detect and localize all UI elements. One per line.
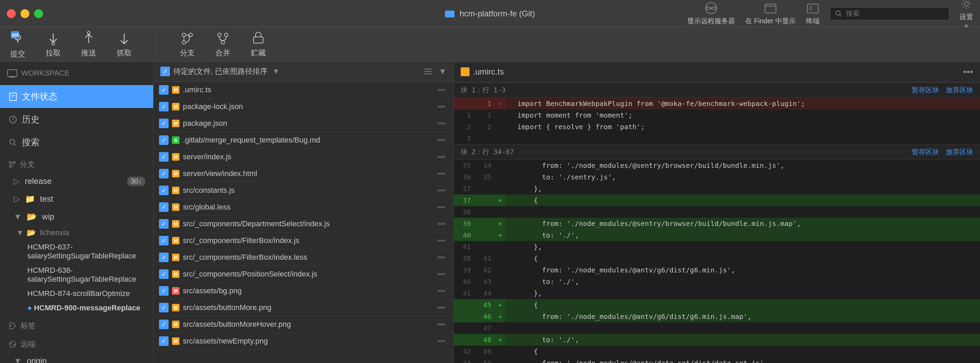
file-menu-button[interactable]: ••• — [435, 303, 448, 312]
file-row[interactable]: ✓ M .umirc.ts ••• — [154, 82, 453, 98]
file-row[interactable]: ✓ M package.json ••• — [154, 115, 453, 132]
file-checkbox[interactable]: ✓ — [159, 253, 169, 262]
tags-section-header[interactable]: 标签 — [0, 315, 153, 334]
file-menu-button[interactable]: ••• — [435, 320, 448, 329]
file-row[interactable]: ✓ M src/_components/PositionSelect/index… — [154, 266, 453, 283]
file-list-scroll[interactable]: ✓ M .umirc.ts ••• ✓ M package-lock.json … — [154, 82, 453, 363]
branch-group-lichenxia[interactable]: ▼ 📂 lichenxia — [0, 225, 153, 240]
file-menu-button[interactable]: ••• — [435, 203, 448, 211]
branch-leaf-638[interactable]: HCMRD-638-salarySettingSugarTableReplace — [0, 263, 153, 286]
file-row[interactable]: ✓ M src/constants.js ••• — [154, 182, 453, 199]
chunk-action-btn[interactable]: 放弃区块 — [946, 85, 973, 95]
select-all-checkbox[interactable]: ✓ — [161, 67, 170, 76]
sidebar: WORKSPACE 文件状态 历史 — [0, 62, 154, 363]
toolbar-branch[interactable]: 分支 — [180, 31, 195, 58]
file-checkbox[interactable]: ✓ — [159, 303, 169, 312]
sidebar-item-search[interactable]: 搜索 — [0, 131, 153, 154]
file-menu-button[interactable]: ••• — [435, 102, 448, 111]
branches-section-header[interactable]: 分支 — [0, 154, 153, 172]
branch-leaf-874[interactable]: HCMRD-874-scrollBarOptmize — [0, 286, 153, 301]
file-checkbox[interactable]: ✓ — [159, 286, 169, 296]
file-row[interactable]: ✓ M src/assets/bg.png ••• — [154, 283, 453, 299]
sidebar-item-file-status[interactable]: 文件状态 — [0, 85, 153, 108]
list-view-icon[interactable] — [423, 66, 433, 77]
line-num-old: 38 — [454, 206, 474, 218]
file-checkbox[interactable]: ✓ — [159, 185, 169, 195]
line-num-old: 37 — [454, 183, 474, 195]
toolbar-pull[interactable]: 拉取 — [46, 31, 61, 58]
search-input[interactable] — [846, 10, 944, 18]
file-menu-button[interactable]: ••• — [435, 337, 448, 345]
line-num-new: 49 — [474, 345, 495, 357]
remote-server-button[interactable]: 显示远程服务器 — [687, 2, 735, 26]
toolbar-fetch[interactable]: 抓取 — [117, 31, 132, 58]
file-row[interactable]: ✓ M src/assets/buttonMore.png ••• — [154, 299, 453, 316]
file-menu-button[interactable]: ••• — [435, 85, 448, 94]
diff-line: 40 + to: './', — [454, 229, 980, 241]
minimize-button[interactable] — [21, 9, 29, 18]
file-menu-button[interactable]: ••• — [435, 169, 448, 178]
file-row[interactable]: ✓ M package-lock.json ••• — [154, 98, 453, 115]
file-checkbox[interactable]: ✓ — [159, 219, 169, 229]
file-row[interactable]: ✓ M src/_components/FilterBox/index.js •… — [154, 232, 453, 249]
toolbar-merge[interactable]: 合并 — [215, 31, 230, 58]
sort-chevron[interactable]: ▼ — [439, 67, 447, 76]
settings-button[interactable]: 设置 ▼ — [959, 0, 973, 30]
file-menu-button[interactable]: ••• — [435, 270, 448, 278]
file-row[interactable]: ✓ A .gitlab/merge_request_templates/Bug.… — [154, 132, 453, 149]
file-checkbox[interactable]: ✓ — [159, 202, 169, 212]
diff-content[interactable]: 块 1：行 1-3 暂存区块放弃区块 1 - import BenchmarkW… — [454, 82, 980, 363]
file-checkbox[interactable]: ✓ — [159, 102, 169, 112]
file-checkbox[interactable]: ✓ — [159, 152, 169, 162]
chunk-action-btn[interactable]: 放弃区块 — [946, 147, 973, 157]
branch-item-wip[interactable]: ▼ 📂 wip — [0, 208, 153, 225]
sidebar-item-history[interactable]: 历史 — [0, 108, 153, 131]
diff-line: 41 44 }, — [454, 288, 980, 299]
terminal-button[interactable]: 终端 — [806, 2, 819, 26]
file-checkbox[interactable]: ✓ — [159, 118, 169, 128]
file-menu-button[interactable]: ••• — [435, 253, 448, 262]
file-row[interactable]: ✓ M server/view/index.html ••• — [154, 165, 453, 182]
file-menu-button[interactable]: ••• — [435, 136, 448, 145]
chunk-action-btn[interactable]: 暂存区块 — [912, 147, 939, 157]
file-checkbox[interactable]: ✓ — [159, 85, 169, 95]
file-checkbox[interactable]: ✓ — [159, 269, 169, 279]
branch-item-test[interactable]: ▷ 📁 test — [0, 190, 153, 208]
toolbar-push[interactable]: 推送 — [81, 31, 96, 58]
close-button[interactable] — [7, 9, 16, 18]
file-row[interactable]: ✓ M server/index.js ••• — [154, 149, 453, 165]
file-checkbox[interactable]: ✓ — [159, 236, 169, 245]
workspace-icon — [7, 68, 18, 78]
toolbar-commit[interactable]: 305 提交 — [10, 30, 25, 59]
diff-line: 38 — [454, 206, 980, 218]
file-row[interactable]: ✓ M src/assets/newEmpty.png ••• — [154, 333, 453, 350]
file-row[interactable]: ✓ M src/_components/DepartmentSelect/ind… — [154, 216, 453, 232]
file-checkbox[interactable]: ✓ — [159, 169, 169, 178]
file-status-dot: M — [172, 187, 180, 194]
diff-menu[interactable]: ••• — [963, 66, 973, 77]
branch-leaf-637[interactable]: HCMRD-637-salarySettingSugarTableReplace — [0, 240, 153, 263]
file-row[interactable]: ✓ M src/global.less ••• — [154, 199, 453, 216]
chunk-action-btn[interactable]: 暂存区块 — [912, 85, 939, 95]
remote-section-header[interactable]: 远端 — [0, 334, 153, 352]
file-menu-button[interactable]: ••• — [435, 286, 448, 295]
file-checkbox[interactable]: ✓ — [159, 135, 169, 145]
file-checkbox[interactable]: ✓ — [159, 336, 169, 346]
branch-item-origin[interactable]: ▼ origin — [0, 352, 153, 363]
window-title: hcm-platform-fe (Git) — [445, 9, 535, 18]
toolbar-stash[interactable]: 贮藏 — [251, 31, 266, 58]
file-menu-button[interactable]: ••• — [435, 186, 448, 195]
file-row[interactable]: ✓ M src/assets/buttonMoreHover.png ••• — [154, 316, 453, 333]
branch-leaf-900[interactable]: HCMRD-900-messageReplace — [0, 301, 153, 315]
file-menu-button[interactable]: ••• — [435, 219, 448, 228]
file-menu-button[interactable]: ••• — [435, 152, 448, 162]
branch-item-release[interactable]: ▷ release 30↓ — [0, 172, 153, 190]
finder-button[interactable]: 在 Finder 中显示 — [745, 2, 796, 26]
file-menu-button[interactable]: ••• — [435, 119, 448, 128]
fullscreen-button[interactable] — [34, 9, 43, 18]
line-num-old: 35 — [454, 160, 474, 171]
search-bar[interactable] — [830, 7, 949, 20]
file-row[interactable]: ✓ M src/_components/FilterBox/index.less… — [154, 249, 453, 266]
file-menu-button[interactable]: ••• — [435, 236, 448, 245]
file-checkbox[interactable]: ✓ — [159, 320, 169, 329]
